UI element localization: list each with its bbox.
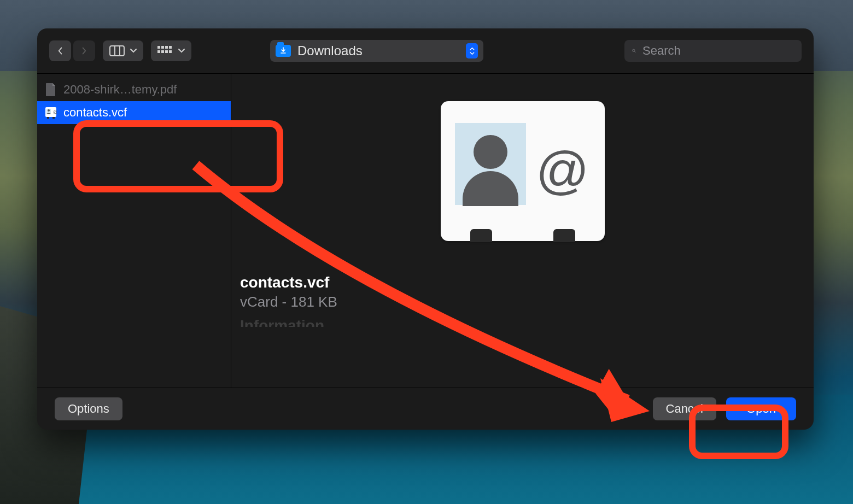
svg-rect-0 bbox=[110, 46, 124, 56]
file-name: contacts.vcf bbox=[63, 106, 127, 120]
options-button[interactable]: Options bbox=[55, 397, 122, 420]
updown-arrows-icon bbox=[466, 43, 478, 58]
file-list-column[interactable]: 2008-shirk…temy.pdf @ contacts.vcf bbox=[37, 74, 231, 388]
svg-rect-17 bbox=[47, 117, 49, 119]
columns-icon bbox=[109, 45, 125, 56]
view-mode-columns[interactable] bbox=[103, 40, 143, 61]
svg-text:@: @ bbox=[53, 109, 57, 115]
chevron-down-icon bbox=[178, 48, 185, 54]
svg-point-11 bbox=[633, 49, 635, 51]
preview-info-heading: Information bbox=[240, 317, 822, 327]
chevron-right-icon bbox=[80, 47, 88, 55]
open-button[interactable]: Open bbox=[726, 397, 796, 420]
vcard-icon: @ bbox=[45, 106, 57, 120]
svg-rect-7 bbox=[157, 50, 160, 53]
svg-rect-9 bbox=[165, 50, 168, 53]
svg-rect-6 bbox=[169, 46, 172, 49]
svg-rect-8 bbox=[161, 50, 164, 53]
dialog-body: 2008-shirk…temy.pdf @ contacts.vcf bbox=[37, 74, 814, 388]
svg-point-15 bbox=[48, 109, 50, 112]
search-field[interactable] bbox=[624, 40, 802, 62]
dialog-footer: Options Cancel Open bbox=[37, 388, 814, 430]
location-label: Downloads bbox=[297, 43, 363, 58]
svg-rect-3 bbox=[157, 46, 160, 49]
chevron-left-icon bbox=[56, 47, 64, 55]
location-popup[interactable]: Downloads bbox=[270, 40, 483, 62]
back-button[interactable] bbox=[49, 40, 71, 61]
svg-rect-5 bbox=[165, 46, 168, 49]
nav-history-group bbox=[49, 40, 95, 61]
svg-rect-10 bbox=[169, 50, 172, 53]
preview-kind-size: vCard - 181 KB bbox=[240, 294, 822, 310]
grid-group-icon bbox=[157, 46, 173, 56]
file-preview-thumbnail: @ bbox=[441, 101, 605, 241]
search-icon bbox=[632, 45, 636, 56]
forward-button[interactable] bbox=[73, 40, 95, 61]
group-sort-button[interactable] bbox=[151, 40, 191, 61]
file-row[interactable]: 2008-shirk…temy.pdf bbox=[37, 78, 231, 101]
chevron-down-icon bbox=[130, 48, 137, 54]
search-input[interactable] bbox=[641, 43, 794, 58]
svg-line-12 bbox=[635, 51, 636, 52]
preview-filename: contacts.vcf bbox=[240, 274, 822, 291]
file-name: 2008-shirk…temy.pdf bbox=[63, 83, 177, 97]
cancel-button[interactable]: Cancel bbox=[653, 397, 716, 420]
dialog-toolbar: Downloads bbox=[37, 28, 814, 74]
document-icon bbox=[45, 83, 57, 97]
folder-icon bbox=[276, 45, 291, 57]
preview-column: @ contacts.vcf vCard - 181 KB Informatio… bbox=[231, 74, 814, 388]
svg-rect-18 bbox=[52, 117, 55, 119]
svg-rect-4 bbox=[161, 46, 164, 49]
open-file-dialog: Downloads 2008-shirk…temy.pdf bbox=[37, 28, 814, 430]
file-row[interactable]: @ contacts.vcf bbox=[37, 101, 231, 124]
